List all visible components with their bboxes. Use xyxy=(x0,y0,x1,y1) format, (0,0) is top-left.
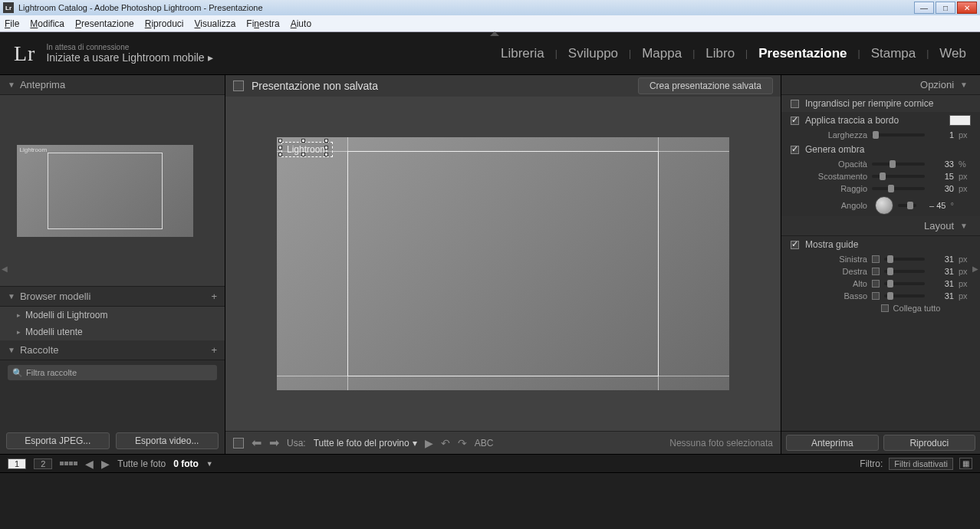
monitor-2-button[interactable]: 2 xyxy=(34,458,52,469)
collapse-left-icon[interactable]: ◀ xyxy=(2,264,8,273)
selection-status: Nessuna foto selezionata xyxy=(669,438,773,449)
stroke-width-slider[interactable]: Larghezza 1 px xyxy=(781,129,980,141)
preview-header-label: Anteprima xyxy=(20,79,65,90)
show-guides-row[interactable]: Mostra guide xyxy=(781,236,980,253)
link-bottom-checkbox[interactable] xyxy=(872,292,880,300)
module-map[interactable]: Mappa xyxy=(642,46,682,61)
template-browser-header[interactable]: ▼ Browser modelli + xyxy=(0,287,225,307)
filter-placeholder: Filtra raccolte xyxy=(26,368,77,377)
abc-toggle[interactable]: ABC xyxy=(475,438,494,449)
filter-dropdown[interactable]: Filtri disattivati xyxy=(889,458,953,470)
stroke-color-swatch[interactable] xyxy=(949,115,971,126)
collections-label: Raccolte xyxy=(20,344,59,356)
cast-shadow-row[interactable]: Genera ombra xyxy=(781,141,980,158)
mobile-prompt[interactable]: Iniziate a usare Lightroom mobile ▸ xyxy=(46,51,212,64)
collapse-triangle-icon: ▼ xyxy=(8,346,15,354)
rotate-ccw-button[interactable]: ↶ xyxy=(441,437,450,449)
collapse-triangle-icon: ▼ xyxy=(960,80,968,89)
preview-watermark-text: Lightroom xyxy=(20,146,48,153)
nav-back-button[interactable]: ◀ xyxy=(85,458,94,470)
play-slideshow-button[interactable]: Riproduci xyxy=(883,435,976,451)
module-library[interactable]: Libreria xyxy=(501,46,544,61)
minimize-button[interactable]: — xyxy=(914,2,934,14)
link-all-label: Collega tutto xyxy=(893,304,941,313)
menu-play[interactable]: Riproduci xyxy=(145,18,184,29)
use-dropdown[interactable]: Tutte le foto del provino▾ xyxy=(314,438,417,449)
filter-collections-input[interactable]: 🔍 Filtra raccolte xyxy=(8,365,217,380)
offset-slider[interactable]: Scostamento 15 px xyxy=(781,170,980,182)
close-button[interactable]: ✕ xyxy=(957,2,977,14)
create-saved-slideshow-button[interactable]: Crea presentazione salvata xyxy=(638,77,773,94)
preview-area: Lightroom xyxy=(0,95,225,287)
stop-button[interactable] xyxy=(233,438,244,449)
filter-lock-icon[interactable]: ▦ xyxy=(959,458,972,469)
cast-shadow-label: Genera ombra xyxy=(805,144,864,155)
zoom-to-fill-checkbox[interactable] xyxy=(791,100,799,108)
options-header-label: Opzioni xyxy=(920,79,954,90)
zoom-to-fill-label: Ingrandisci per riempire cornice xyxy=(805,98,933,109)
angle-slider[interactable]: Angolo – 45 ° xyxy=(781,195,980,216)
use-label: Usa: xyxy=(287,438,306,449)
link-all-checkbox[interactable] xyxy=(881,304,889,312)
stroke-border-checkbox[interactable] xyxy=(791,117,799,125)
source-label[interactable]: Tutte le foto xyxy=(117,458,166,469)
center-panel: Presentazione non salvata Crea presentaz… xyxy=(225,75,781,454)
window-titlebar: Lr Lightroom Catalog - Adobe Photoshop L… xyxy=(0,0,980,15)
menu-slideshow[interactable]: Presentazione xyxy=(75,18,134,29)
collapse-top-icon[interactable] xyxy=(490,31,499,36)
add-collection-button[interactable]: + xyxy=(211,344,217,356)
module-web[interactable]: Web xyxy=(939,46,966,61)
collapse-right-icon[interactable]: ▶ xyxy=(972,264,978,273)
template-browser-label: Browser modelli xyxy=(20,291,90,302)
template-folder-lightroom[interactable]: Modelli di Lightroom xyxy=(0,307,225,324)
link-top-checkbox[interactable] xyxy=(872,280,880,288)
module-develop[interactable]: Sviluppo xyxy=(568,46,618,61)
module-slideshow[interactable]: Presentazione xyxy=(758,46,847,61)
menu-window[interactable]: Finestra xyxy=(246,18,279,29)
slide-canvas[interactable]: Lightroom xyxy=(225,97,781,431)
module-picker-bar: Lr In attesa di connessione Iniziate a u… xyxy=(0,32,980,75)
module-print[interactable]: Stampa xyxy=(871,46,916,61)
cast-shadow-checkbox[interactable] xyxy=(791,146,799,154)
angle-dial[interactable] xyxy=(875,196,893,215)
guide-left-slider[interactable]: Sinistra 31 px xyxy=(781,253,980,265)
opacity-slider[interactable]: Opacità 33 % xyxy=(781,158,980,170)
zoom-to-fill-row[interactable]: Ingrandisci per riempire cornice xyxy=(781,95,980,112)
monitor-1-button[interactable]: 1 xyxy=(8,458,26,469)
options-panel-header[interactable]: Opzioni ▼ xyxy=(781,75,980,95)
layout-panel-header[interactable]: Layout ▼ xyxy=(781,216,980,236)
guide-right-slider[interactable]: Destra 31 px xyxy=(781,265,980,278)
rotate-cw-button[interactable]: ↷ xyxy=(458,437,467,449)
radius-slider[interactable]: Raggio 30 px xyxy=(781,182,980,195)
guide-top-slider[interactable]: Alto 31 px xyxy=(781,278,980,290)
preview-button[interactable]: Anteprima xyxy=(786,435,879,451)
stroke-border-row[interactable]: Applica traccia a bordo xyxy=(781,112,980,129)
link-right-checkbox[interactable] xyxy=(872,268,880,275)
add-template-button[interactable]: + xyxy=(211,291,217,302)
menu-edit[interactable]: Modifica xyxy=(30,18,64,29)
module-book[interactable]: Libro xyxy=(705,46,735,61)
menu-help[interactable]: Aiuto xyxy=(291,18,311,29)
show-guides-checkbox[interactable] xyxy=(791,241,799,249)
export-video-button[interactable]: Esporta video... xyxy=(116,432,219,449)
link-all-row[interactable]: Collega tutto xyxy=(781,302,980,314)
link-left-checkbox[interactable] xyxy=(872,255,880,263)
right-panel: Opzioni ▼ Ingrandisci per riempire corni… xyxy=(781,75,980,454)
export-jpeg-button[interactable]: Esporta JPEG... xyxy=(6,432,110,449)
preview-panel-header[interactable]: ▼ Anteprima xyxy=(0,75,225,95)
filmstrip[interactable] xyxy=(0,472,980,529)
menu-view[interactable]: Visualizza xyxy=(194,18,235,29)
center-toolbar: ⬅ ➡ Usa: Tutte le foto del provino▾ ▶ ↶ … xyxy=(225,431,781,454)
prev-slide-button[interactable]: ⬅ xyxy=(252,435,261,450)
guide-bottom-slider[interactable]: Basso 31 px xyxy=(781,290,980,302)
grid-view-icon[interactable] xyxy=(60,462,77,465)
maximize-button[interactable]: □ xyxy=(936,2,955,14)
chevron-down-icon[interactable]: ▼ xyxy=(206,460,213,468)
play-button[interactable]: ▶ xyxy=(425,437,433,449)
collections-header[interactable]: ▼ Raccolte + xyxy=(0,340,225,360)
menu-file[interactable]: File xyxy=(5,18,19,29)
template-folder-user[interactable]: Modelli utente xyxy=(0,324,225,340)
next-slide-button[interactable]: ➡ xyxy=(269,435,279,450)
template-list: Modelli di Lightroom Modelli utente xyxy=(0,307,225,340)
nav-forward-button[interactable]: ▶ xyxy=(101,458,110,470)
